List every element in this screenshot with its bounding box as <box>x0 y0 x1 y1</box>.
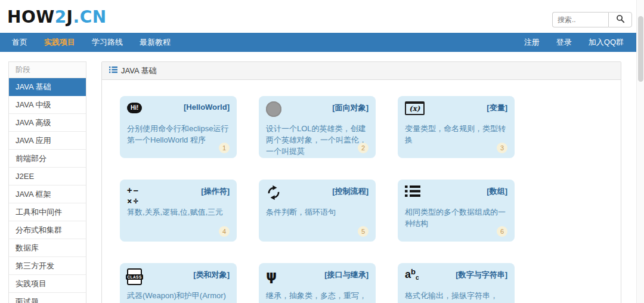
course-card-variables[interactable]: (x) [变量] 变量类型，命名规则，类型转换 3 <box>398 96 515 158</box>
course-card-control-flow[interactable]: [控制流程] 条件判断，循环语句 5 <box>259 180 376 242</box>
card-number-badge: 5 <box>358 226 369 237</box>
course-card-oop[interactable]: [面向对象] 设计一个LOL的英雄类，创建两个英雄对象，一个叫盖伦，一个叫提莫 … <box>259 96 376 158</box>
course-card-operators[interactable]: +− ×÷ [操作符] 算数,关系,逻辑,位,赋值,三元 4 <box>120 180 237 242</box>
list-icon <box>109 66 117 75</box>
sidebar-item-java-intermediate[interactable]: JAVA 中级 <box>9 96 86 114</box>
sidebar-item-distributed-cluster[interactable]: 分布式和集群 <box>9 221 86 239</box>
class-file-icon: CLASS <box>127 268 142 285</box>
card-description: 格式化输出，操纵字符串，StringBuffer <box>405 290 509 303</box>
abc-letter: a <box>405 268 411 280</box>
panel-header: JAVA 基础 <box>102 62 621 80</box>
course-card-numbers-strings[interactable]: abc [数字与字符串] 格式化输出，操纵字符串，StringBuffer <box>398 263 515 303</box>
card-title: [数组] <box>487 186 507 197</box>
site-header: HOW2J.CN <box>0 0 644 33</box>
card-title: [面向对象] <box>332 103 369 113</box>
sidebar-item-interview-questions[interactable]: 面试题 <box>9 293 86 303</box>
page-scrollbar[interactable] <box>636 0 644 303</box>
sidebar-item-practice-projects[interactable]: 实践项目 <box>9 275 86 293</box>
sidebar-item-database[interactable]: 数据库 <box>9 239 86 257</box>
logo-part: 2 <box>55 7 67 27</box>
panel-title: JAVA 基础 <box>121 66 156 76</box>
sidebar-item-java-applications[interactable]: JAVA 应用 <box>9 132 86 150</box>
nav-item-practice-projects[interactable]: 实践项目 <box>36 33 83 52</box>
logo-part: .CN <box>73 7 107 27</box>
abc-letter: b <box>411 267 416 276</box>
main-navbar: 首页 实践项目 学习路线 最新教程 注册 登录 加入QQ群 <box>0 33 644 52</box>
scrollbar-thumb[interactable] <box>638 16 643 82</box>
nav-item-latest-tutorials[interactable]: 最新教程 <box>131 33 179 52</box>
card-title: [控制流程] <box>332 186 369 197</box>
card-description: 算数,关系,逻辑,位,赋值,三元 <box>127 207 231 218</box>
course-panel: JAVA 基础 Hi! [HelloWorld] 分别使用命令行和eclipse… <box>101 61 621 303</box>
hi-bubble-icon: Hi! <box>127 103 142 113</box>
card-description: 相同类型的多个数据组成的一种结构 <box>405 207 509 230</box>
card-description: 继承，抽象类，多态，重写，抽象类， <box>266 290 370 303</box>
card-number-badge: 1 <box>219 143 230 153</box>
logo-part: J <box>67 7 73 27</box>
sidebar-title: 阶段 <box>9 62 86 78</box>
sidebar-item-java-basics[interactable]: JAVA 基础 <box>9 78 86 96</box>
abc-letter: c <box>416 274 419 281</box>
usb-icon: ψ <box>266 268 277 283</box>
card-number-badge: 3 <box>497 143 507 153</box>
nav-item-home[interactable]: 首页 <box>4 33 36 52</box>
operators-icon: +− ×÷ <box>127 185 140 206</box>
card-title: [HelloWorld] <box>184 103 230 112</box>
card-description: 设计一个LOL的英雄类，创建两个英雄对象，一个叫盖伦，一个叫提莫 <box>266 123 370 157</box>
list-bullets-icon <box>405 185 420 200</box>
card-title: [接口与继承] <box>324 270 369 280</box>
search-input[interactable] <box>552 12 608 27</box>
sidebar-item-thirdparty-dev[interactable]: 第三方开发 <box>9 257 86 275</box>
class-file-label: CLASS <box>126 274 143 280</box>
nav-item-join-qq-group[interactable]: 加入QQ群 <box>580 33 632 52</box>
card-description: 武器(Weapon)和护甲(Armor)是物品类 <box>127 290 231 303</box>
course-card-arrays[interactable]: [数组] 相同类型的多个数据组成的一种结构 6 <box>398 180 515 242</box>
sidebar-item-frontend[interactable]: 前端部分 <box>9 150 86 168</box>
sidebar-item-tools-middleware[interactable]: 工具和中间件 <box>9 203 86 221</box>
course-card-interfaces-inheritance[interactable]: ψ [接口与继承] 继承，抽象类，多态，重写，抽象类， <box>259 263 376 303</box>
nav-item-register[interactable]: 注册 <box>516 33 548 52</box>
sidebar-item-j2ee[interactable]: J2EE <box>9 168 86 185</box>
site-logo[interactable]: HOW2J.CN <box>7 7 107 27</box>
variable-icon: (x) <box>405 101 425 115</box>
card-title: [类和对象] <box>193 270 230 280</box>
nav-item-learning-path[interactable]: 学习路线 <box>83 33 131 52</box>
magnifier-icon <box>616 14 625 25</box>
card-description: 条件判断，循环语句 <box>266 207 370 218</box>
card-description: 变量类型，命名规则，类型转换 <box>405 123 509 146</box>
course-card-classes-objects[interactable]: CLASS [类和对象] 武器(Weapon)和护甲(Armor)是物品类 <box>120 263 237 303</box>
sidebar-item-java-advanced[interactable]: JAVA 高级 <box>9 114 86 132</box>
search-button[interactable] <box>608 12 632 27</box>
card-description: 分别使用命令行和eclipse运行第一个HelloWorld 程序 <box>127 123 231 146</box>
logo-part: HOW <box>7 7 55 27</box>
card-title: [变量] <box>487 103 507 113</box>
card-number-badge: 2 <box>358 143 369 153</box>
card-title: [数字与字符串] <box>456 270 507 280</box>
loop-arrows-icon <box>266 185 281 203</box>
card-number-badge: 4 <box>219 226 230 237</box>
course-card-helloworld[interactable]: Hi! [HelloWorld] 分别使用命令行和eclipse运行第一个Hel… <box>120 96 237 158</box>
abc-letters-icon: abc <box>405 270 419 280</box>
nav-spacer <box>179 33 516 52</box>
card-grid: Hi! [HelloWorld] 分别使用命令行和eclipse运行第一个Hel… <box>102 80 621 303</box>
nav-item-login[interactable]: 登录 <box>548 33 580 52</box>
card-title: [操作符] <box>201 186 230 197</box>
sidebar-item-java-frameworks[interactable]: JAVA 框架 <box>9 185 86 203</box>
object-circle-icon <box>266 101 281 117</box>
search-bar <box>552 12 632 27</box>
card-number-badge: 6 <box>497 226 507 237</box>
stage-sidebar: 阶段 JAVA 基础 JAVA 中级 JAVA 高级 JAVA 应用 前端部分 … <box>8 61 86 303</box>
